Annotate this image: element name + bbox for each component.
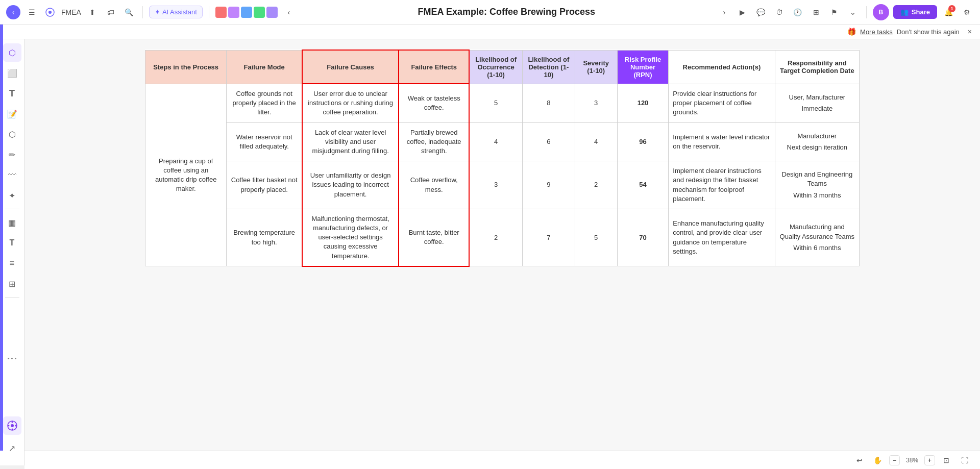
cell-occurrence: 3 bbox=[469, 161, 522, 209]
ai-icon: ✦ bbox=[155, 8, 160, 16]
responsibility-line1: Manufacturer bbox=[779, 132, 855, 141]
clock-button[interactable]: 🕐 bbox=[791, 5, 805, 19]
chevron-button[interactable]: ⌄ bbox=[846, 5, 860, 19]
sidebar-icon-apps[interactable] bbox=[3, 416, 21, 435]
sidebar-more[interactable]: • • • bbox=[8, 355, 17, 361]
svg-point-5 bbox=[11, 429, 13, 430]
sidebar-icon-wave[interactable]: 〰 bbox=[3, 166, 21, 184]
zoom-in-button[interactable]: + bbox=[924, 455, 935, 465]
table-row: Brewing temperature too high.Malfunction… bbox=[145, 209, 860, 266]
close-notif-button[interactable]: × bbox=[968, 28, 972, 36]
collapse-button[interactable]: ‹ bbox=[282, 5, 296, 19]
tag-button[interactable]: 🏷 bbox=[104, 5, 118, 19]
cell-rpn: 120 bbox=[617, 84, 669, 122]
fullscreen-button[interactable]: ⛶ bbox=[958, 453, 972, 467]
arrow-right-button[interactable]: › bbox=[717, 5, 731, 19]
fmea-logo[interactable] bbox=[43, 5, 57, 19]
play-button[interactable]: ▶ bbox=[736, 5, 750, 19]
separator-1 bbox=[142, 6, 143, 18]
color-dot-green bbox=[254, 7, 265, 18]
header-failure-causes: Failure Causes bbox=[302, 50, 399, 84]
user-avatar[interactable]: B bbox=[873, 4, 889, 20]
svg-point-1 bbox=[48, 11, 52, 14]
header-rpn: Risk Profile Number (RPN) bbox=[617, 50, 669, 84]
zoom-level: 38% bbox=[903, 457, 921, 464]
responsibility-line2: Immediate bbox=[779, 104, 855, 113]
bottom-bar: ↩ ✋ − 38% + ⊡ ⛶ bbox=[24, 451, 980, 469]
dismiss-text[interactable]: Don't show this again bbox=[897, 28, 960, 36]
more-tasks-link[interactable]: More tasks bbox=[860, 28, 893, 36]
header-occurrence: Likelihood of Occurrence (1-10) bbox=[469, 50, 522, 84]
sidebar-icon-pen[interactable]: ✏ bbox=[3, 145, 21, 164]
cell-responsibility: User, ManufacturerImmediate bbox=[775, 84, 859, 122]
cell-rpn: 96 bbox=[617, 122, 669, 161]
undo-button[interactable]: ↩ bbox=[852, 453, 867, 467]
cell-detection: 6 bbox=[523, 122, 575, 161]
main-layout: ⬡ ⬜ T 📝 ⬡ ✏ 〰 ✦ ▦ T ≡ ⊞ • • • ↗ Steps in… bbox=[0, 39, 980, 465]
sidebar-icon-frame[interactable]: ⬜ bbox=[3, 64, 21, 82]
ai-assistant-button[interactable]: ✦ AI Assistant bbox=[149, 6, 203, 18]
responsibility-line1: Manufacturing and Quality Assurance Team… bbox=[779, 223, 855, 241]
table-row: Water reservoir not filled adequately.La… bbox=[145, 122, 860, 161]
cell-failure-effects: Burnt taste, bitter coffee. bbox=[399, 209, 469, 266]
zoom-controls: − 38% + bbox=[889, 455, 935, 465]
sidebar-icon-table[interactable]: ⊞ bbox=[3, 275, 21, 293]
notification-badge: 1 bbox=[948, 5, 955, 12]
zoom-out-button[interactable]: − bbox=[889, 455, 900, 465]
sidebar-icon-sticky[interactable]: 📝 bbox=[3, 105, 21, 123]
fmea-table-container: Steps in the Process Failure Mode Failur… bbox=[145, 50, 860, 267]
sidebar-icon-home[interactable]: ⬡ bbox=[3, 43, 21, 62]
color-dot-red bbox=[215, 7, 227, 18]
cell-severity: 3 bbox=[575, 84, 617, 122]
cell-detection: 8 bbox=[523, 84, 575, 122]
svg-point-7 bbox=[15, 425, 16, 427]
cell-severity: 5 bbox=[575, 209, 617, 266]
share-label: Share bbox=[912, 8, 930, 16]
share-button[interactable]: 👥 Share bbox=[893, 5, 937, 19]
settings-button[interactable]: ⚙ bbox=[960, 5, 974, 19]
cell-failure-mode: Coffee filter basket not properly placed… bbox=[227, 161, 302, 209]
sidebar-icon-star[interactable]: ✦ bbox=[3, 186, 21, 205]
cell-detection: 9 bbox=[523, 161, 575, 209]
cell-rpn: 54 bbox=[617, 161, 669, 209]
notification-bar: 🎁 More tasks Don't show this again × bbox=[0, 24, 980, 39]
upload-button[interactable]: ⬆ bbox=[85, 5, 100, 19]
table-row: Coffee filter basket not properly placed… bbox=[145, 161, 860, 209]
page-title: FMEA Example: Coffee Brewing Process bbox=[418, 7, 595, 17]
cell-responsibility: Manufacturing and Quality Assurance Team… bbox=[775, 209, 859, 266]
svg-point-3 bbox=[11, 424, 14, 427]
header-responsibility: Responsibility and Target Completion Dat… bbox=[775, 50, 859, 84]
cell-recommended: Provide clear instructions for proper pl… bbox=[669, 84, 775, 122]
responsibility-line1: User, Manufacturer bbox=[779, 93, 855, 102]
table-header-row: Steps in the Process Failure Mode Failur… bbox=[145, 50, 860, 84]
table-button[interactable]: ⊞ bbox=[809, 5, 823, 19]
menu-button[interactable]: ☰ bbox=[24, 5, 39, 19]
sidebar-icon-grid[interactable]: ▦ bbox=[3, 213, 21, 232]
search-button[interactable]: 🔍 bbox=[122, 5, 136, 19]
sidebar-icon-text[interactable]: T bbox=[3, 84, 21, 103]
header-failure-effects: Failure Effects bbox=[399, 50, 469, 84]
cell-failure-causes: User error due to unclear instructions o… bbox=[302, 84, 399, 122]
flag-button[interactable]: ⚑ bbox=[827, 5, 842, 19]
header-failure-mode: Failure Mode bbox=[227, 50, 302, 84]
cell-failure-causes: User unfamiliarity or design issues lead… bbox=[302, 161, 399, 209]
topbar: ‹ ☰ FMEA ⬆ 🏷 🔍 ✦ AI Assistant ‹ FMEA Exa… bbox=[0, 0, 980, 24]
sidebar-icon-shapes[interactable]: ⬡ bbox=[3, 125, 21, 143]
hand-tool-button[interactable]: ✋ bbox=[871, 453, 885, 467]
cell-recommended: Implement a water level indicator on the… bbox=[669, 122, 775, 161]
comment-button[interactable]: 💬 bbox=[754, 5, 768, 19]
header-steps: Steps in the Process bbox=[145, 50, 227, 84]
app-title: FMEA bbox=[61, 8, 81, 16]
sidebar-icon-export[interactable]: ↗ bbox=[3, 439, 21, 457]
back-button[interactable]: ‹ bbox=[6, 5, 20, 19]
fit-screen-button[interactable]: ⊡ bbox=[939, 453, 953, 467]
cell-recommended: Implement clearer instructions and redes… bbox=[669, 161, 775, 209]
cell-failure-effects: Coffee overflow, mess. bbox=[399, 161, 469, 209]
notifications-button[interactable]: 🔔 1 bbox=[941, 5, 955, 19]
cell-severity: 4 bbox=[575, 122, 617, 161]
sidebar-icon-text2[interactable]: T bbox=[3, 234, 21, 252]
sidebar-icon-list[interactable]: ≡ bbox=[3, 254, 21, 273]
timer-button[interactable]: ⏱ bbox=[772, 5, 787, 19]
responsibility-line1: Design and Engineering Teams bbox=[779, 170, 855, 188]
cell-detection: 7 bbox=[523, 209, 575, 266]
